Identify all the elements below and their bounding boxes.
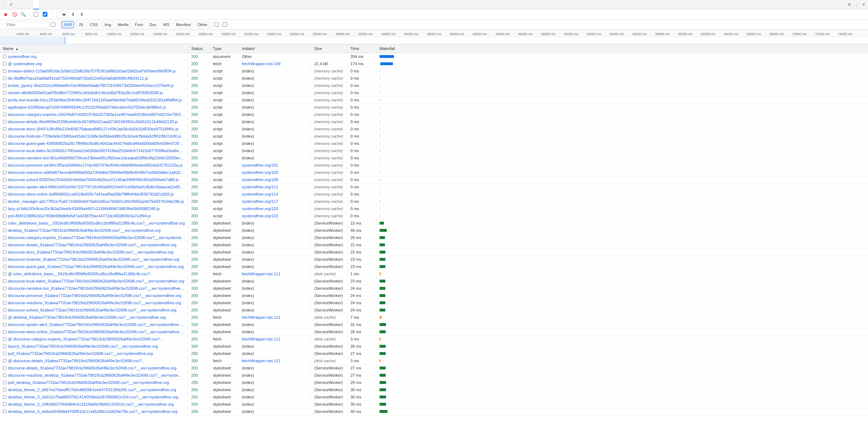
row-name-text[interactable]: poll_desktop_91abea7732ae79819cb29660626… bbox=[8, 380, 169, 385]
row-name-text[interactable]: discourse-narrative-bot_91abea7732ae7981… bbox=[8, 286, 185, 290]
row-name-text[interactable]: discourse-reactions-a585d674ecedb9468a95… bbox=[8, 170, 185, 175]
table-row[interactable]: desktop_theme_6_eb8eaf246b8a4700f51d111e… bbox=[0, 408, 868, 415]
row-name-text[interactable]: systemdfree.org bbox=[8, 54, 37, 59]
initiator-text[interactable]: systemdfree.org/117 bbox=[242, 199, 278, 204]
table-row[interactable]: discourse-details_91abea7732ae79819cb296… bbox=[0, 241, 868, 248]
tab-console[interactable] bbox=[20, 0, 26, 9]
initiator-text[interactable]: systemdfree.org/114 bbox=[242, 192, 278, 196]
table-row[interactable]: desktop_theme_2_d667ed74aedff17b0cd8638b… bbox=[0, 386, 868, 393]
row-checkbox[interactable] bbox=[3, 258, 7, 261]
preserve-log-label[interactable] bbox=[34, 12, 40, 17]
filter-css[interactable]: CSS bbox=[88, 21, 100, 28]
initiator-text[interactable]: systemdfree.org/120 bbox=[242, 206, 278, 211]
table-row[interactable]: discourse-guest-gate-439586825a2817f848b… bbox=[0, 140, 868, 147]
table-row[interactable]: pretty-text-bundle-b5cc293a04be29404fec2… bbox=[0, 96, 868, 104]
row-name-text[interactable]: discourse-reactions_91abea7732ae79819cb2… bbox=[8, 301, 181, 305]
table-row[interactable]: discourse-guest-gate_91abea7732ae79819cb… bbox=[0, 263, 868, 270]
disable-cache-label[interactable] bbox=[43, 12, 49, 17]
row-checkbox[interactable] bbox=[3, 134, 7, 138]
row-name-text[interactable]: discourse-category-experts_91abea7732ae7… bbox=[8, 235, 185, 240]
blocked-cookies-checkbox[interactable] bbox=[214, 22, 219, 27]
row-checkbox[interactable] bbox=[3, 185, 7, 189]
row-name-text[interactable]: discourse-footnote_91abea7732ae79819cb29… bbox=[8, 257, 179, 262]
row-checkbox[interactable] bbox=[3, 69, 7, 73]
table-row[interactable]: discourse-narrative-bot-0b1e40d099d739ce… bbox=[0, 154, 868, 162]
row-checkbox[interactable] bbox=[3, 105, 7, 109]
dock-button[interactable]: ⋮ bbox=[1, 2, 7, 8]
row-checkbox[interactable] bbox=[3, 359, 7, 363]
row-name-text[interactable]: discourse-local-dates_91abea7732ae79819c… bbox=[8, 279, 184, 283]
row-checkbox[interactable] bbox=[3, 163, 7, 167]
timeline-bar-area[interactable] bbox=[0, 37, 868, 44]
row-checkbox[interactable] bbox=[3, 330, 7, 334]
row-name-text[interactable]: color_definitions_basis__5919cd6c9f06ffa… bbox=[8, 221, 185, 225]
table-row[interactable]: discourse-docs-18497c38c89e219e83f270aba… bbox=[0, 125, 868, 133]
row-name-text[interactable]: discourse-details_91abea7732ae79819cb296… bbox=[8, 366, 177, 370]
table-row[interactable]: discourse-reactions_91abea7732ae79819cb2… bbox=[0, 299, 868, 306]
row-name-text[interactable]: discourse-local-dates-9c2048d3170f2eaa2c… bbox=[8, 149, 185, 153]
settings-button[interactable]: ⚙ bbox=[846, 2, 852, 8]
table-row[interactable]: desktop_theme_5_c0fb38d37956dfb9c611919b… bbox=[0, 401, 868, 408]
row-name-text[interactable]: discourse-guest-gate-439586825a2817f848b… bbox=[8, 141, 185, 146]
tab-performance[interactable] bbox=[40, 0, 46, 9]
row-name-text[interactable]: discourse-whos-online-3ef860b501ca6528e9… bbox=[8, 192, 174, 196]
row-name-text[interactable]: de-0bdf8d7da1e5a68a6f1ea0759246bfa872ba0… bbox=[8, 76, 148, 80]
row-checkbox[interactable] bbox=[3, 344, 7, 348]
row-checkbox[interactable] bbox=[3, 279, 7, 283]
table-row[interactable]: discourse-local-dates_91abea7732ae79819c… bbox=[0, 277, 868, 285]
col-header-type[interactable]: Type bbox=[210, 44, 239, 53]
table-row[interactable]: discourse-footnote_91abea7732ae79819cb29… bbox=[0, 256, 868, 263]
row-name-text[interactable]: discourse-footnote-7709efa9e3390bea55de2… bbox=[8, 134, 181, 138]
row-checkbox[interactable] bbox=[3, 250, 7, 254]
filter-input[interactable] bbox=[5, 21, 48, 28]
row-checkbox[interactable] bbox=[3, 120, 7, 124]
row-checkbox[interactable] bbox=[3, 402, 7, 406]
table-row[interactable]: discourse-footnote-7709efa9e3390bea55de2… bbox=[0, 133, 868, 140]
row-checkbox[interactable] bbox=[3, 243, 7, 247]
blocked-cookies-label[interactable] bbox=[214, 22, 220, 27]
row-name-text[interactable]: discourse-solved_91abea7732ae79819cb2966… bbox=[8, 308, 177, 312]
filter-manifest[interactable]: Manifest bbox=[174, 21, 193, 28]
table-row[interactable]: lazy-yt-9db193c8cacf2e3b3a24ed4c63699ad4… bbox=[0, 205, 868, 212]
row-checkbox[interactable] bbox=[3, 352, 7, 355]
row-name-text[interactable]: discourse-solved-825554a76342d9244e8da70… bbox=[8, 177, 179, 182]
row-checkbox[interactable] bbox=[3, 192, 7, 196]
row-checkbox[interactable] bbox=[3, 323, 7, 326]
row-checkbox[interactable] bbox=[3, 265, 7, 268]
row-checkbox[interactable] bbox=[3, 315, 7, 319]
row-checkbox[interactable] bbox=[3, 337, 7, 341]
row-checkbox[interactable] bbox=[3, 127, 7, 131]
row-checkbox[interactable] bbox=[3, 388, 7, 392]
row-checkbox[interactable] bbox=[3, 156, 7, 160]
initiator-text[interactable]: fetchWrapper.mjs:111 bbox=[242, 272, 281, 276]
filter-img[interactable]: Img bbox=[102, 21, 113, 28]
row-checkbox[interactable] bbox=[3, 91, 7, 95]
col-header-status[interactable]: Status bbox=[188, 44, 210, 53]
row-name-text[interactable]: poll_91abea7732ae79819cb29660626af49e3ec… bbox=[8, 351, 153, 356]
row-name-text[interactable]: desktop_91abea7732ae79819cb29660626af49e… bbox=[8, 228, 161, 233]
col-header-time[interactable]: Time bbox=[347, 44, 376, 53]
initiator-text[interactable]: fetchWrapper.mjs:111 bbox=[242, 359, 281, 363]
row-checkbox[interactable] bbox=[3, 373, 7, 377]
throttle-select[interactable] bbox=[56, 11, 67, 18]
table-row[interactable]: application-b3395ebcad7e39764fb99184c13f… bbox=[0, 104, 868, 111]
row-checkbox[interactable] bbox=[3, 395, 7, 399]
row-name-text[interactable]: @ discourse-details_91abea7732ae79819cb2… bbox=[8, 359, 145, 363]
row-checkbox[interactable] bbox=[3, 214, 7, 218]
table-row[interactable]: lazyryt_91abea7732ae79819cb29660626af49e… bbox=[0, 343, 868, 350]
filter-js[interactable]: JS bbox=[76, 21, 85, 28]
table-row[interactable]: discourse-spoiler-alert-88fd1a561e59e719… bbox=[0, 183, 868, 191]
row-name-text[interactable]: desktop_theme_3_3a912c75ad6697561414f259… bbox=[8, 395, 178, 399]
row-name-text[interactable]: desktop_theme_6_eb8eaf246b8a4700f51d111e… bbox=[8, 409, 177, 414]
row-name-text[interactable]: discourse-spoiler-alert_91abea7732ae7981… bbox=[8, 322, 185, 327]
initiator-text[interactable]: systemdfree.org/111 bbox=[242, 185, 278, 189]
row-name-text[interactable]: lazy-yt-9db193c8cacf2e3b3a24ed4c63699ad4… bbox=[8, 206, 160, 211]
table-row[interactable]: discourse-docs_91abea7732ae79819cb296606… bbox=[0, 248, 868, 256]
close-button[interactable]: ✕ bbox=[861, 2, 867, 8]
row-checkbox[interactable] bbox=[3, 207, 7, 210]
row-checkbox[interactable] bbox=[3, 142, 7, 145]
import-button[interactable]: ⬆ bbox=[70, 12, 76, 17]
row-name-text[interactable]: discourse-details_91abea7732ae79819cb296… bbox=[8, 243, 177, 247]
tab-elements[interactable] bbox=[14, 0, 20, 9]
table-row[interactable]: discourse-presence-ee384c3f5ea2b84b0c17c… bbox=[0, 162, 868, 169]
